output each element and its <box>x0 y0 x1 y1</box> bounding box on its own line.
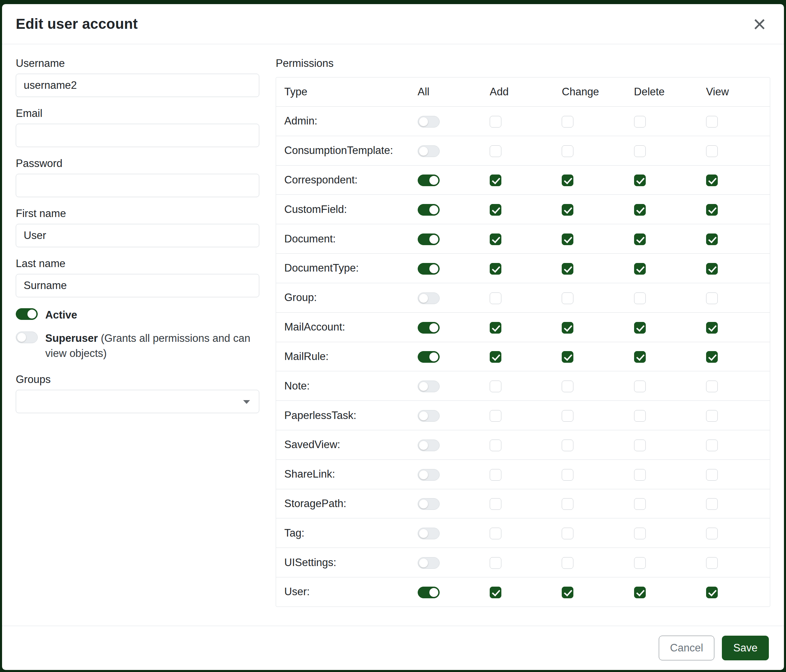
perm-delete-checkbox[interactable] <box>634 528 646 539</box>
perm-delete-checkbox[interactable] <box>634 204 646 216</box>
perm-add-checkbox[interactable] <box>490 292 501 304</box>
perm-view-checkbox[interactable] <box>706 204 718 216</box>
perm-all-toggle[interactable] <box>418 263 440 275</box>
perm-add-checkbox[interactable] <box>490 381 501 392</box>
perm-change-checkbox[interactable] <box>562 469 574 481</box>
perm-delete-checkbox[interactable] <box>634 381 646 392</box>
perm-change-checkbox[interactable] <box>562 440 574 451</box>
perm-view-checkbox[interactable] <box>706 263 718 275</box>
last-name-input[interactable] <box>16 274 259 297</box>
perm-add-checkbox[interactable] <box>490 204 501 216</box>
perm-view-checkbox[interactable] <box>706 440 718 451</box>
perm-delete-checkbox[interactable] <box>634 263 646 275</box>
perm-all-toggle[interactable] <box>418 498 440 510</box>
perm-view-checkbox[interactable] <box>706 587 718 598</box>
save-button[interactable]: Save <box>722 636 769 660</box>
perm-view-checkbox[interactable] <box>706 145 718 157</box>
perm-all-toggle[interactable] <box>418 528 440 539</box>
perm-change-checkbox[interactable] <box>562 145 574 157</box>
toggle-knob <box>419 499 428 509</box>
perm-add-checkbox[interactable] <box>490 234 501 245</box>
email-field[interactable] <box>16 124 259 147</box>
perm-delete-checkbox[interactable] <box>634 116 646 127</box>
perm-delete-checkbox[interactable] <box>634 174 646 186</box>
perm-all-toggle[interactable] <box>418 469 440 481</box>
perm-all-toggle[interactable] <box>418 322 440 334</box>
perm-all-toggle[interactable] <box>418 440 440 451</box>
first-name-input[interactable] <box>16 224 259 247</box>
perm-type-label: ShareLink: <box>284 468 335 480</box>
perm-add-checkbox[interactable] <box>490 263 501 275</box>
perm-delete-checkbox[interactable] <box>634 557 646 569</box>
perm-view-checkbox[interactable] <box>706 498 718 510</box>
perm-all-toggle[interactable] <box>418 351 440 363</box>
perm-view-checkbox[interactable] <box>706 557 718 569</box>
perm-view-checkbox[interactable] <box>706 234 718 245</box>
perm-delete-checkbox[interactable] <box>634 469 646 481</box>
perm-all-toggle[interactable] <box>418 116 440 127</box>
perm-change-checkbox[interactable] <box>562 381 574 392</box>
perm-delete-checkbox[interactable] <box>634 322 646 334</box>
perm-all-toggle[interactable] <box>418 234 440 245</box>
perm-change-checkbox[interactable] <box>562 410 574 422</box>
perm-add-checkbox[interactable] <box>490 410 501 422</box>
perm-delete-checkbox[interactable] <box>634 440 646 451</box>
perm-change-checkbox[interactable] <box>562 116 574 127</box>
perm-change-checkbox[interactable] <box>562 528 574 539</box>
perm-add-checkbox[interactable] <box>490 116 501 127</box>
close-button[interactable]: × <box>750 17 769 31</box>
perm-view-checkbox[interactable] <box>706 174 718 186</box>
perm-all-toggle[interactable] <box>418 145 440 157</box>
perm-delete-checkbox[interactable] <box>634 234 646 245</box>
perm-view-checkbox[interactable] <box>706 469 718 481</box>
perm-change-checkbox[interactable] <box>562 234 574 245</box>
perm-delete-checkbox[interactable] <box>634 410 646 422</box>
perm-add-checkbox[interactable] <box>490 557 501 569</box>
perm-change-checkbox[interactable] <box>562 322 574 334</box>
perm-add-checkbox[interactable] <box>490 528 501 539</box>
superuser-toggle[interactable] <box>16 331 38 343</box>
perm-delete-checkbox[interactable] <box>634 587 646 598</box>
perm-add-checkbox[interactable] <box>490 145 501 157</box>
perm-add-checkbox[interactable] <box>490 440 501 451</box>
active-toggle[interactable] <box>16 308 38 320</box>
password-field[interactable] <box>16 174 259 197</box>
groups-select[interactable] <box>16 390 259 413</box>
perm-change-checkbox[interactable] <box>562 174 574 186</box>
perm-view-checkbox[interactable] <box>706 381 718 392</box>
perm-change-checkbox[interactable] <box>562 263 574 275</box>
perm-change-checkbox[interactable] <box>562 557 574 569</box>
perm-delete-checkbox[interactable] <box>634 145 646 157</box>
perm-delete-checkbox[interactable] <box>634 351 646 363</box>
perm-delete-checkbox[interactable] <box>634 292 646 304</box>
column-header-type: Type <box>276 77 409 107</box>
perm-add-checkbox[interactable] <box>490 587 501 598</box>
perm-view-checkbox[interactable] <box>706 116 718 127</box>
perm-all-toggle[interactable] <box>418 292 440 304</box>
perm-add-checkbox[interactable] <box>490 351 501 363</box>
perm-all-toggle[interactable] <box>418 381 440 392</box>
perm-add-checkbox[interactable] <box>490 322 501 334</box>
perm-change-checkbox[interactable] <box>562 587 574 598</box>
perm-add-checkbox[interactable] <box>490 498 501 510</box>
perm-add-checkbox[interactable] <box>490 174 501 186</box>
perm-all-toggle[interactable] <box>418 587 440 598</box>
perm-view-checkbox[interactable] <box>706 322 718 334</box>
perm-change-checkbox[interactable] <box>562 351 574 363</box>
perm-all-toggle[interactable] <box>418 204 440 216</box>
perm-delete-checkbox[interactable] <box>634 498 646 510</box>
last-name-field-group: Last name <box>16 257 259 297</box>
perm-all-toggle[interactable] <box>418 410 440 422</box>
perm-view-checkbox[interactable] <box>706 351 718 363</box>
perm-add-checkbox[interactable] <box>490 469 501 481</box>
perm-change-checkbox[interactable] <box>562 498 574 510</box>
perm-all-toggle[interactable] <box>418 174 440 186</box>
perm-all-toggle[interactable] <box>418 557 440 569</box>
username-input[interactable] <box>16 74 259 97</box>
perm-view-checkbox[interactable] <box>706 292 718 304</box>
perm-view-checkbox[interactable] <box>706 410 718 422</box>
perm-change-checkbox[interactable] <box>562 204 574 216</box>
perm-change-checkbox[interactable] <box>562 292 574 304</box>
perm-view-checkbox[interactable] <box>706 528 718 539</box>
cancel-button[interactable]: Cancel <box>659 636 715 660</box>
